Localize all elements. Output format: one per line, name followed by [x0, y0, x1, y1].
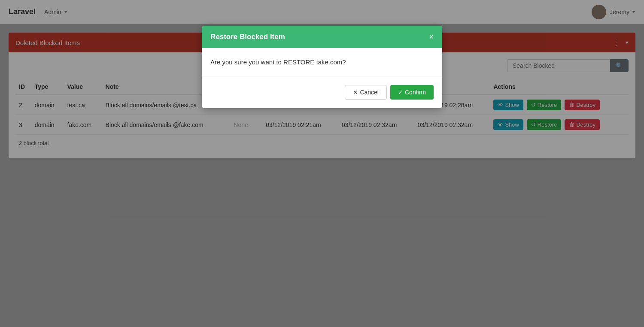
- cancel-label: Cancel: [360, 89, 379, 96]
- confirm-icon: ✓: [398, 89, 403, 96]
- modal-title: Restore Blocked Item: [210, 33, 285, 41]
- confirm-button[interactable]: ✓ Confirm: [390, 85, 434, 100]
- modal-footer: ✕ Cancel ✓ Confirm: [210, 85, 434, 100]
- modal-overlay: Restore Blocked Item × Are you sure you …: [0, 0, 644, 167]
- restore-modal: Restore Blocked Item × Are you sure you …: [202, 26, 442, 108]
- cancel-button[interactable]: ✕ Cancel: [345, 85, 387, 100]
- modal-message: Are you sure you want to RESTORE fake.co…: [210, 58, 434, 66]
- modal-close-button[interactable]: ×: [429, 33, 434, 41]
- modal-divider: [202, 76, 442, 76]
- modal-body: Are you sure you want to RESTORE fake.co…: [202, 48, 442, 108]
- cancel-icon: ✕: [353, 89, 358, 96]
- modal-header: Restore Blocked Item ×: [202, 26, 442, 48]
- confirm-label: Confirm: [405, 89, 426, 96]
